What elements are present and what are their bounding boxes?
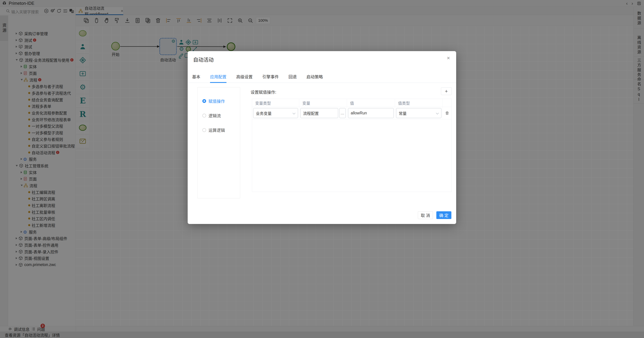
section-label: 逻辑流 bbox=[208, 112, 221, 118]
value-type-select[interactable]: 常量 bbox=[396, 108, 442, 118]
col-value-type: 值类型 bbox=[395, 99, 443, 107]
dialog-title: 自动活动 bbox=[193, 56, 214, 63]
tab-engine-events[interactable]: 引擎事件 bbox=[262, 74, 279, 82]
tab-start-strategy[interactable]: 启动策略 bbox=[306, 74, 323, 82]
delete-row-icon[interactable] bbox=[445, 111, 449, 116]
value-input[interactable]: allowRun bbox=[348, 108, 394, 118]
value-value: allowRun bbox=[351, 111, 367, 116]
ok-button[interactable]: 确定 bbox=[436, 211, 452, 219]
tab-basic[interactable]: 基本 bbox=[192, 74, 200, 82]
chevron-down-icon bbox=[292, 112, 296, 114]
assign-table-row: 业务变量 流程配置 ... allowRun bbox=[252, 107, 452, 119]
dialog-tabs: 基本 应用配置 高级设置 引擎事件 回退 启动策略 bbox=[188, 71, 456, 83]
section-operation-logic[interactable]: 运算逻辑 bbox=[202, 127, 240, 133]
assign-table: 变量类型 变量 值 值类型 业务变量 流程配置 ... bbox=[252, 99, 452, 192]
dialog-close-icon[interactable]: × bbox=[447, 55, 450, 61]
section-label: 运算逻辑 bbox=[208, 127, 225, 133]
var-type-select[interactable]: 业务变量 bbox=[253, 108, 298, 118]
value-type-value: 常量 bbox=[399, 110, 406, 116]
col-value: 值 bbox=[347, 99, 395, 107]
section-assign-operation[interactable]: 赋值操作 bbox=[202, 98, 240, 104]
col-variable: 变量 bbox=[299, 99, 347, 107]
col-var-type: 变量类型 bbox=[252, 99, 299, 107]
radio-icon[interactable] bbox=[202, 128, 206, 132]
var-type-value: 业务变量 bbox=[256, 110, 272, 116]
assign-table-header: 变量类型 变量 值 值类型 bbox=[252, 99, 452, 107]
tab-rollback[interactable]: 回退 bbox=[288, 74, 297, 82]
radio-icon[interactable] bbox=[202, 114, 206, 118]
variable-picker-button[interactable]: ... bbox=[339, 108, 346, 118]
radio-selected-icon[interactable] bbox=[202, 99, 206, 103]
tab-advanced[interactable]: 高级设置 bbox=[236, 74, 252, 82]
section-panel: 赋值操作 逻辑流 运算逻辑 bbox=[198, 87, 240, 198]
tab-app-config[interactable]: 应用配置 bbox=[210, 74, 226, 82]
app-root: Primeton-IDE ‹ › 输入关键字搜索 AI 自动活动流程.workf… bbox=[0, 0, 644, 338]
chevron-down-icon bbox=[436, 112, 439, 114]
add-row-button[interactable]: + bbox=[441, 87, 452, 95]
variable-value: 流程配置 bbox=[303, 110, 319, 116]
assign-operations-label: 设置赋值操作: bbox=[250, 89, 276, 95]
section-label: 赋值操作 bbox=[208, 98, 225, 104]
variable-input[interactable]: 流程配置 bbox=[300, 108, 338, 118]
cancel-button[interactable]: 取消 bbox=[418, 211, 433, 219]
auto-activity-dialog: 自动活动 × 基本 应用配置 高级设置 引擎事件 回退 启动策略 赋值操作 逻辑… bbox=[188, 51, 456, 224]
section-logic-flow[interactable]: 逻辑流 bbox=[202, 112, 240, 118]
col-actions bbox=[443, 99, 452, 107]
